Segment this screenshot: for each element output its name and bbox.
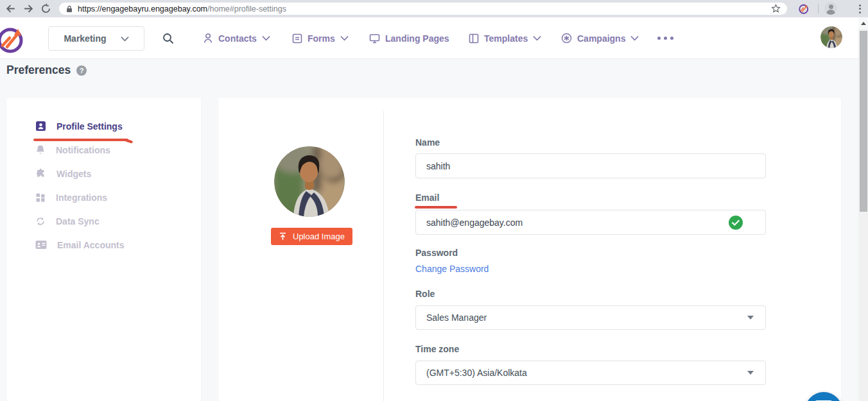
search-icon bbox=[162, 32, 175, 45]
page-scrollbar[interactable] bbox=[858, 17, 868, 401]
upload-image-button[interactable]: Upload Image bbox=[271, 228, 352, 245]
nav-item-landing-pages[interactable]: Landing Pages bbox=[369, 17, 449, 59]
name-input[interactable] bbox=[415, 153, 766, 178]
browser-back-button[interactable] bbox=[4, 2, 17, 15]
lock-icon bbox=[66, 5, 73, 13]
app-navbar: Marketing Contacts Forms Landing Pages T… bbox=[0, 17, 868, 59]
sidebar-item-label: Widgets bbox=[56, 169, 91, 179]
browser-profile-button[interactable] bbox=[824, 2, 837, 15]
browser-reload-button[interactable] bbox=[39, 2, 53, 15]
timezone-selected-value: (GMT+5:30) Asia/Kolkata bbox=[426, 368, 527, 378]
chevron-down-icon bbox=[630, 35, 639, 41]
nav-item-forms[interactable]: Forms bbox=[292, 17, 349, 59]
sidebar-item-profile-settings[interactable]: Profile Settings bbox=[6, 114, 201, 138]
sync-icon bbox=[35, 216, 46, 226]
chevron-down-icon bbox=[262, 35, 270, 41]
help-icon[interactable]: ? bbox=[76, 65, 87, 76]
bell-icon bbox=[35, 144, 46, 155]
layout-icon bbox=[469, 33, 479, 44]
sidebar-item-notifications[interactable]: Notifications bbox=[6, 138, 201, 162]
person-icon bbox=[203, 33, 213, 44]
nav-item-campaigns[interactable]: Campaigns bbox=[561, 17, 639, 59]
monitor-icon bbox=[369, 33, 380, 44]
upload-icon bbox=[279, 232, 287, 241]
browser-menu-button[interactable] bbox=[854, 3, 865, 15]
scrollbar-thumb[interactable] bbox=[860, 31, 867, 212]
blocks-icon bbox=[35, 192, 46, 203]
engagebay-extension-icon[interactable] bbox=[798, 3, 810, 15]
role-select[interactable]: Sales Manager bbox=[415, 305, 766, 330]
sidebar-item-data-sync[interactable]: Data Sync bbox=[6, 209, 201, 233]
sidebar-item-widgets[interactable]: Widgets bbox=[6, 162, 201, 185]
caret-down-icon bbox=[747, 371, 754, 375]
contact-card-icon bbox=[35, 240, 47, 250]
profile-settings-panel: Upload Image Name Email Password Change … bbox=[218, 98, 841, 401]
sidebar-item-email-accounts[interactable]: Email Accounts bbox=[6, 233, 201, 257]
scrollbar-up-button[interactable] bbox=[858, 17, 868, 29]
nav-item-label: Forms bbox=[308, 33, 335, 44]
nav-item-label: Templates bbox=[484, 33, 528, 44]
nav-more-button[interactable] bbox=[657, 17, 673, 59]
nav-item-templates[interactable]: Templates bbox=[469, 17, 541, 59]
user-avatar[interactable] bbox=[820, 26, 842, 48]
caret-down-icon bbox=[747, 316, 754, 320]
name-label: Name bbox=[415, 137, 440, 148]
timezone-label: Time zone bbox=[415, 344, 459, 354]
sidebar-item-label: Profile Settings bbox=[56, 121, 123, 132]
browser-forward-button[interactable] bbox=[22, 2, 35, 15]
active-item-underline bbox=[33, 139, 128, 141]
role-label: Role bbox=[415, 289, 435, 299]
app-switcher-label: Marketing bbox=[64, 33, 106, 44]
puzzle-icon bbox=[35, 168, 46, 179]
sidebar-item-label: Notifications bbox=[56, 145, 110, 155]
search-button[interactable] bbox=[162, 32, 175, 47]
sidebar-item-label: Integrations bbox=[56, 192, 107, 203]
bookmark-star-icon[interactable] bbox=[771, 4, 781, 13]
change-password-link[interactable]: Change Password bbox=[415, 264, 489, 274]
role-selected-value: Sales Manager bbox=[426, 312, 487, 323]
password-label: Password bbox=[415, 248, 458, 258]
profile-badge-icon bbox=[35, 121, 46, 132]
sidebar-item-label: Email Accounts bbox=[57, 240, 125, 250]
form-icon bbox=[292, 33, 302, 44]
nav-item-label: Contacts bbox=[218, 33, 257, 44]
nav-item-label: Campaigns bbox=[577, 33, 625, 44]
settings-sidebar: Profile Settings Notifications Widgets I… bbox=[6, 98, 201, 401]
chevron-down-icon bbox=[533, 35, 541, 41]
browser-chrome: https://engagebayru.engagebay.com/home#p… bbox=[0, 0, 868, 17]
chevron-down-icon bbox=[121, 36, 129, 42]
profile-photo bbox=[274, 146, 345, 217]
nav-item-contacts[interactable]: Contacts bbox=[203, 17, 270, 59]
panel-divider bbox=[383, 111, 384, 401]
campaign-icon bbox=[561, 33, 572, 44]
chrome-separator bbox=[818, 4, 819, 13]
nav-item-label: Landing Pages bbox=[385, 33, 449, 44]
sidebar-item-integrations[interactable]: Integrations bbox=[6, 185, 201, 209]
sidebar-item-label: Data Sync bbox=[56, 216, 100, 226]
email-input[interactable] bbox=[415, 210, 766, 235]
timezone-select[interactable]: (GMT+5:30) Asia/Kolkata bbox=[415, 361, 766, 385]
app-switcher-button[interactable]: Marketing bbox=[48, 26, 144, 51]
engagebay-logo[interactable] bbox=[0, 23, 28, 55]
url-bar[interactable]: https://engagebayru.engagebay.com/home#p… bbox=[59, 3, 787, 15]
email-valid-check-icon bbox=[729, 216, 743, 230]
chevron-down-icon bbox=[340, 35, 349, 41]
url-text: https://engagebayru.engagebay.com/home#p… bbox=[78, 4, 286, 13]
email-label: Email bbox=[415, 192, 439, 203]
page-title: Preferences bbox=[6, 64, 71, 77]
email-label-underline bbox=[415, 206, 457, 209]
